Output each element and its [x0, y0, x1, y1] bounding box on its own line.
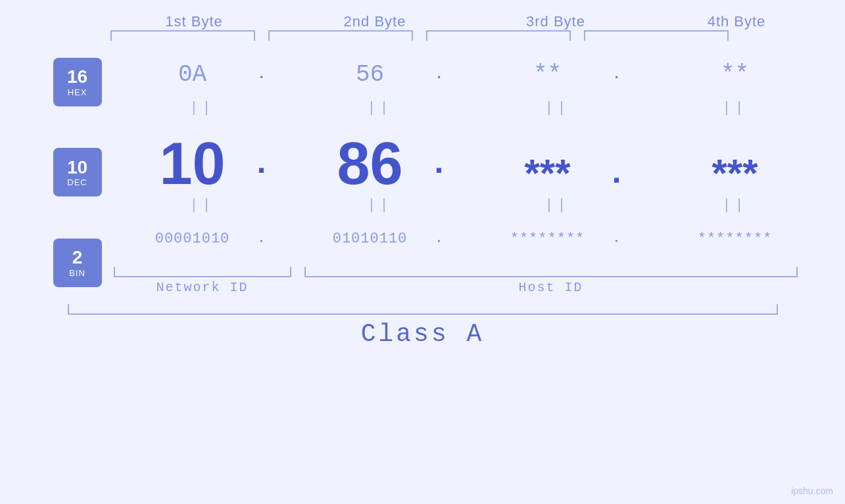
bracket-b4	[584, 30, 729, 41]
dec-badge-label: DEC	[67, 177, 87, 187]
eq1-b4: ||	[646, 100, 824, 116]
dec-b4: ***	[676, 154, 794, 193]
byte-headers: 1st Byte 2nd Byte 3rd Byte 4th Byte	[104, 13, 827, 30]
hex-badge: 16 HEX	[53, 58, 102, 106]
dec-b2-group: 86 .	[291, 134, 469, 193]
dec-badge-num: 10	[67, 158, 87, 178]
hex-row: 0A . 56 . ** . **	[114, 50, 824, 99]
bin-badge: 2 BIN	[53, 239, 102, 287]
eq1-b1: ||	[114, 100, 291, 116]
dot-8: .	[429, 232, 449, 245]
class-label: Class A	[68, 320, 778, 348]
bracket-b3	[426, 30, 571, 41]
hex-b1-group: 0A .	[114, 61, 291, 88]
big-bracket	[68, 304, 778, 315]
host-id-label: Host ID	[304, 280, 798, 295]
bin-row: 00001010 . 01010110 . ******** . *******…	[114, 214, 824, 263]
bin-b2: 01010110	[311, 231, 429, 247]
hex-b3-group: ** .	[469, 61, 646, 88]
dot-1: .	[252, 66, 272, 83]
byte1-header: 1st Byte	[122, 13, 266, 30]
bracket-gap	[291, 267, 304, 277]
bracket-b1	[110, 30, 255, 41]
id-labels: Network ID Host ID	[114, 280, 824, 295]
dec-b1: 10	[133, 134, 252, 193]
hex-badge-num: 16	[67, 67, 87, 87]
top-bracket-row	[104, 30, 827, 41]
bin-badge-label: BIN	[69, 268, 85, 278]
value-grid: 0A . 56 . ** . ** || || ||	[114, 50, 824, 295]
bin-b4-group: ********	[646, 231, 824, 247]
dot-5: .	[429, 145, 449, 183]
dot-6: .	[607, 155, 627, 193]
dec-b1-group: 10 .	[114, 134, 291, 193]
dec-b2: 86	[311, 134, 429, 193]
byte2-header: 2nd Byte	[302, 13, 447, 30]
hex-badge-label: HEX	[68, 87, 87, 97]
eq2-b3: ||	[469, 197, 646, 214]
byte3-header: 3rd Byte	[483, 13, 628, 30]
hex-b2-group: 56 .	[291, 61, 469, 88]
network-bracket	[114, 267, 291, 277]
dec-row: 10 . 86 . *** . ***	[114, 117, 824, 196]
bin-b1-group: 00001010 .	[114, 231, 291, 247]
eq-row-2: || || || ||	[114, 196, 824, 214]
dot-2: .	[429, 66, 449, 83]
eq2-b1: ||	[114, 197, 291, 214]
bin-b1: 00001010	[133, 231, 252, 247]
hex-b1: 0A	[133, 61, 252, 88]
dec-b3-group: *** .	[469, 154, 646, 193]
dec-b4-group: ***	[646, 154, 824, 193]
dec-b3: ***	[489, 154, 607, 193]
bracket-b2	[268, 30, 413, 41]
hex-b4-group: **	[646, 61, 824, 88]
dot-9: .	[607, 232, 627, 245]
dec-badge: 10 DEC	[53, 148, 102, 196]
bin-b3-group: ******** .	[469, 231, 646, 247]
bin-b2-group: 01010110 .	[291, 231, 469, 247]
hex-b3: **	[489, 61, 607, 88]
badges-column: 16 HEX 10 DEC 2 BIN	[35, 50, 114, 295]
network-id-label: Network ID	[114, 280, 291, 295]
eq2-b2: ||	[291, 197, 469, 214]
eq1-b2: ||	[291, 100, 469, 116]
bin-b4: ********	[676, 231, 794, 247]
dot-3: .	[607, 66, 627, 83]
host-bracket	[304, 267, 798, 277]
bin-b3: ********	[489, 231, 607, 247]
byte4-header: 4th Byte	[664, 13, 809, 30]
eq2-b4: ||	[646, 197, 824, 214]
watermark: ipshu.com	[791, 486, 833, 496]
bottom-bracket-area	[114, 267, 824, 277]
dot-7: .	[252, 232, 272, 245]
dot-4: .	[252, 145, 272, 183]
eq-row-1: || || || ||	[114, 99, 824, 117]
eq1-b3: ||	[469, 100, 646, 116]
bin-badge-num: 2	[72, 248, 83, 268]
main-container: 1st Byte 2nd Byte 3rd Byte 4th Byte 16 H…	[0, 0, 845, 504]
hex-b2: 56	[311, 61, 429, 88]
hex-b4: **	[676, 61, 794, 88]
